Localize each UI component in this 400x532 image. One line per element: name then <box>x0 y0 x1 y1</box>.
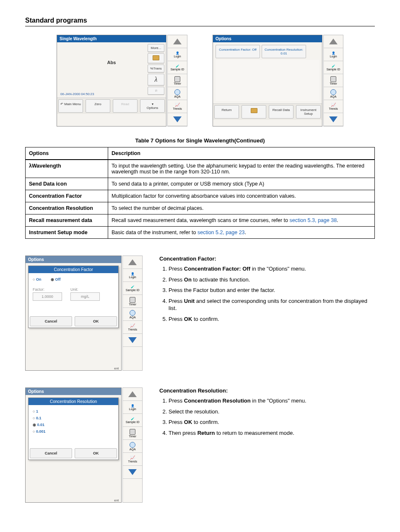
nav-up-2[interactable] <box>324 35 343 48</box>
options-button[interactable]: ▾Options <box>140 99 165 113</box>
icon-panel-4: 👤Login 🧪Sample ID Timer AQA 📈Trends <box>122 387 143 503</box>
option-name: Instrument Setup mode <box>26 227 108 239</box>
conc-factor-dialog: Concentration Factor On Off Factor:1.000… <box>28 266 119 328</box>
dialog1-cancel-button[interactable]: Cancel <box>30 316 72 326</box>
aqa-icon <box>174 89 180 95</box>
screen1-title: Single Wavelength <box>57 35 166 42</box>
folder-arrow-icon <box>153 55 159 60</box>
instr1-heading: Concentration Factor: <box>159 256 375 262</box>
person-icon: 👤 <box>131 272 135 276</box>
main-menu-button[interactable]: ↶ Main Menu <box>58 99 83 113</box>
factor-label: Factor: <box>33 287 62 292</box>
conc-resolution-dialog: Concentration Resolution 10.10.010.001 C… <box>28 398 119 460</box>
login-shortcut-2[interactable]: 👤Login <box>324 48 343 61</box>
flask-icon: 🧪 <box>176 65 179 68</box>
radio-off[interactable]: Off <box>51 277 61 281</box>
unit-field[interactable]: mg/L <box>70 292 100 301</box>
conc-resolution-button[interactable]: Concentration Resolution: 0.01 <box>262 45 306 58</box>
trends-icon: 📈 <box>331 103 336 107</box>
timer-icon <box>174 76 180 82</box>
icon-panel-1: 👤Login 🧪Sample ID Timer AQA 📈Trends <box>167 35 187 127</box>
dialog2-cancel-button[interactable]: Cancel <box>30 448 72 458</box>
triangle-down-icon <box>128 337 137 343</box>
page-title: Standard programs <box>25 17 375 26</box>
screen-single-wavelength: Single Wavelength Abs More... %Trans λ ⎚… <box>57 35 166 127</box>
sample-id-shortcut[interactable]: 🧪Sample ID <box>168 61 187 74</box>
more-button[interactable]: More... <box>148 44 164 52</box>
timer-shortcut[interactable]: Timer <box>168 74 187 87</box>
folder-button[interactable] <box>242 105 266 119</box>
dialog-conc-resolution-screen: Options Concentration Resolution 10.10.0… <box>25 387 122 503</box>
wavelength-button[interactable]: λ <box>148 74 164 85</box>
trends-shortcut[interactable]: 📈Trends <box>168 100 187 113</box>
screen2-title: Options <box>213 35 322 42</box>
table-row: Concentration FactorMultiplication facto… <box>26 190 375 202</box>
person-icon: 👤 <box>332 52 335 55</box>
recall-data-button[interactable]: Recall Data <box>269 105 294 119</box>
return-button[interactable]: Return <box>214 105 239 119</box>
radio-on[interactable]: On <box>33 277 41 281</box>
screen-group-1: Single Wavelength Abs More... %Trans λ ⎚… <box>57 35 187 127</box>
dialog-conc-factor-screen: Options Concentration Factor On Off Fact… <box>25 256 122 371</box>
table-caption: Table 7 Options for Single Wavelength(Co… <box>25 137 375 144</box>
cross-ref-link[interactable]: section 5.2, page 23 <box>197 230 245 235</box>
dialog2-ok-button[interactable]: OK <box>75 448 117 458</box>
instruction-step: Press On to activate this function. <box>169 276 375 284</box>
conc-resolution-instructions: Concentration Resolution: Press Concentr… <box>159 387 375 503</box>
triangle-up-icon <box>173 39 182 44</box>
nav-up[interactable] <box>168 35 187 48</box>
screen-group-2: Options Concentration Factor: Off Concen… <box>213 35 343 127</box>
dialog1-ok-button[interactable]: OK <box>75 316 117 326</box>
dialog1-bg-title: Options <box>26 256 121 263</box>
flask-icon: 🧪 <box>131 285 135 289</box>
triangle-down-icon <box>173 116 182 122</box>
instruction-step: Press OK to confirm. <box>169 315 375 323</box>
trends-icon: 📈 <box>130 323 135 328</box>
icon-panel-2: 👤Login 🧪Sample ID Timer AQA 📈Trends <box>323 35 343 127</box>
option-name: Concentration Factor <box>26 190 108 202</box>
triangle-down-icon <box>128 469 137 475</box>
option-name: Send Data icon <box>26 178 108 190</box>
option-desc: To send data to a printer, computer or U… <box>108 178 375 190</box>
resolution-radio-0p01[interactable]: 0.01 <box>33 423 106 427</box>
option-desc: To select the number of decimal places. <box>108 202 375 214</box>
dialog2-bg-title: Options <box>26 388 121 395</box>
timer-icon <box>130 429 135 435</box>
conc-factor-button[interactable]: Concentration Factor: Off <box>216 45 260 58</box>
options-table: Options Description λWavelengthTo input … <box>25 147 375 239</box>
send-data-button[interactable] <box>148 53 164 63</box>
timer-shortcut-2[interactable]: Timer <box>324 74 343 87</box>
instrument-setup-button[interactable]: Instrument Setup <box>296 105 321 119</box>
trends-icon: 📈 <box>130 455 135 460</box>
zero-button[interactable]: Zero <box>86 99 110 113</box>
table-row: Send Data iconTo send data to a printer,… <box>26 178 375 190</box>
icon-panel-3: 👤Login 🧪Sample ID Timer AQA 📈Trends <box>122 256 143 371</box>
nav-down[interactable] <box>168 113 187 126</box>
aqa-shortcut[interactable]: AQA <box>168 87 187 100</box>
percent-trans-button[interactable]: %Trans <box>148 65 164 72</box>
read-button[interactable]: Read <box>113 99 138 113</box>
resolution-radio-0p001[interactable]: 0.001 <box>33 429 106 434</box>
aqa-shortcut-2[interactable]: AQA <box>324 87 343 100</box>
extra-button[interactable]: ⎚ <box>148 87 164 95</box>
instr2-heading: Concentration Resolution: <box>159 387 375 394</box>
flask-icon: 🧪 <box>332 65 335 68</box>
trends-shortcut-2[interactable]: 📈Trends <box>324 100 343 113</box>
aqa-icon <box>130 310 135 316</box>
factor-field[interactable]: 1.0000 <box>33 292 62 301</box>
table-row: λWavelengthTo input the wavelength setti… <box>26 160 375 178</box>
resolution-radio-1[interactable]: 1 <box>33 409 106 413</box>
behind-text-1: ent <box>26 331 121 370</box>
instruction-step: Press Concentration Factor: Off in the "… <box>169 265 375 273</box>
sample-id-shortcut-2[interactable]: 🧪Sample ID <box>324 61 343 74</box>
cross-ref-link[interactable]: section 5.3, page 38 <box>290 217 337 223</box>
datetime: 06-JAN-2000 04:50:23 <box>60 92 94 96</box>
th-options: Options <box>26 147 108 160</box>
instruction-step: Select the resolution. <box>169 408 375 416</box>
conc-factor-instructions: Concentration Factor: Press Concentratio… <box>159 256 375 371</box>
nav-down-2[interactable] <box>324 113 343 126</box>
instruction-step: Press OK to confirm. <box>169 418 375 426</box>
chevron-down-icon: ▾ <box>152 102 153 106</box>
resolution-radio-0p1[interactable]: 0.1 <box>33 416 106 420</box>
login-shortcut[interactable]: 👤Login <box>168 48 187 61</box>
